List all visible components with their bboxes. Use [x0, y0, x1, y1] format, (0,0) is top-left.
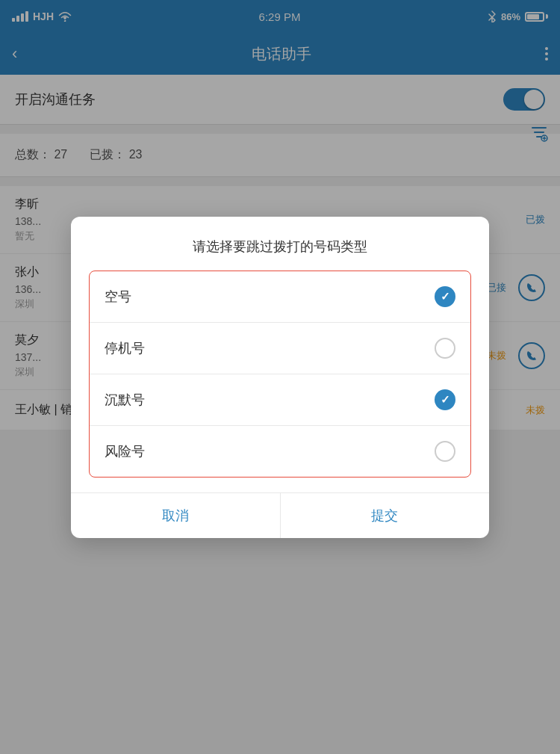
- modal-dialog: 请选择要跳过拨打的号码类型 空号 停机号 沉默号 风险号: [71, 217, 489, 538]
- modal-options: 空号 停机号 沉默号 风险号: [89, 271, 471, 478]
- modal-option-label-1: 空号: [105, 288, 131, 306]
- modal-option-label-4: 风险号: [105, 442, 145, 460]
- modal-option-1[interactable]: 空号: [90, 271, 470, 323]
- modal-actions: 取消 提交: [71, 492, 489, 538]
- modal-overlay: 请选择要跳过拨打的号码类型 空号 停机号 沉默号 风险号: [0, 0, 560, 754]
- radio-unchecked-2: [435, 338, 455, 359]
- modal-title: 请选择要跳过拨打的号码类型: [71, 238, 489, 256]
- modal-option-label-3: 沉默号: [105, 391, 145, 409]
- modal-confirm-button[interactable]: 提交: [281, 493, 490, 538]
- modal-cancel-button[interactable]: 取消: [71, 493, 281, 538]
- radio-checked-3: [435, 389, 455, 410]
- radio-unchecked-4: [435, 441, 455, 462]
- radio-checked-1: [435, 286, 455, 307]
- modal-option-3[interactable]: 沉默号: [90, 374, 470, 426]
- modal-option-2[interactable]: 停机号: [90, 323, 470, 374]
- modal-option-label-2: 停机号: [105, 339, 145, 357]
- modal-option-4[interactable]: 风险号: [90, 426, 470, 477]
